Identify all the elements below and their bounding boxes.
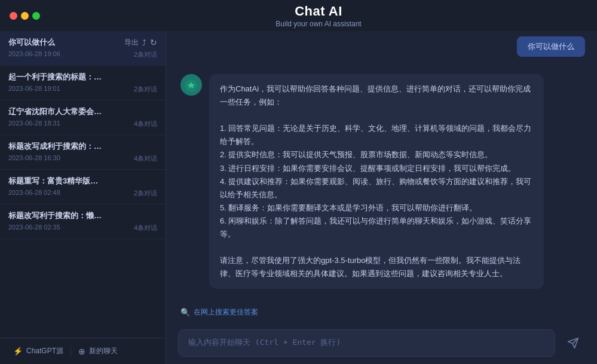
chat-item-count-1: 2条对话 <box>134 50 157 59</box>
chat-item-header-1: 你可以做什么 导出 ⤴ ↻ <box>8 37 157 48</box>
app-title: Chat AI <box>50 4 587 19</box>
message-list: 作为ChatAi，我可以帮助你回答各种问题、提供信息、进行简单的对话，还可以帮助… <box>166 62 597 302</box>
chat-item-actions-1: 导出 ⤴ ↻ <box>124 38 157 48</box>
ai-message-text: 作为ChatAi，我可以帮助你回答各种问题、提供信息、进行简单的对话，还可以帮助… <box>220 82 533 280</box>
chat-item-header-4: 标题改写成利于搜索的：短视频... <box>8 141 157 152</box>
chat-item-date-4: 2023-06-28 16:30 <box>8 154 60 163</box>
chat-item-count-5: 2条对话 <box>134 189 157 198</box>
ai-message-row: 作为ChatAi，我可以帮助你回答各种问题、提供信息、进行简单的对话，还可以帮助… <box>180 74 583 289</box>
chat-input[interactable] <box>178 329 555 357</box>
close-button[interactable] <box>10 12 17 20</box>
chat-item-title-3: 辽宁省沈阳市人大常委会原党组... <box>8 106 104 117</box>
chat-item-header-5: 标题重写：富贵3精华版富贵电... <box>8 176 157 186</box>
maximize-button[interactable] <box>32 12 40 20</box>
new-chat-label: 新的聊天 <box>89 346 118 356</box>
sidebar-item-3[interactable]: 辽宁省沈阳市人大常委会原党组... 2023-06-28 18:31 4条对话 <box>0 100 166 135</box>
chat-item-header-6: 标题改写利于搜索的：懒子卡五... <box>8 210 157 221</box>
chat-item-date-3: 2023-06-28 18:31 <box>8 120 60 129</box>
chat-item-count-6: 4条对话 <box>134 224 157 233</box>
export-label: 导出 <box>124 38 139 48</box>
sidebar-footer: ⚡ ChatGPT源 ⊕ 新的聊天 <box>0 338 166 364</box>
chat-item-meta-4: 2023-06-28 16:30 4条对话 <box>8 154 157 163</box>
minimize-button[interactable] <box>21 12 29 20</box>
chat-item-title-4: 标题改写成利于搜索的：短视频... <box>8 141 104 152</box>
send-button[interactable] <box>561 331 585 355</box>
chat-item-date-1: 2023-06-28 19:06 <box>8 50 60 59</box>
chat-item-header-3: 辽宁省沈阳市人大常委会原党组... <box>8 106 157 117</box>
chat-area: 你可以做什么 作为ChatAi，我可以帮助你回答各种问题、提供信息、进行简单的对… <box>166 31 597 364</box>
app-subtitle: Build your own AI assistant <box>50 20 587 28</box>
chatgpt-source-button[interactable]: ⚡ ChatGPT源 <box>8 342 68 360</box>
new-chat-button[interactable]: ⊕ 新的聊天 <box>74 342 123 360</box>
main-layout: 你可以做什么 导出 ⤴ ↻ 2023-06-28 19:06 2条对话 起一个利… <box>0 31 597 364</box>
chat-item-meta-2: 2023-06-28 19:01 2条对话 <box>8 85 157 94</box>
sidebar-item-2[interactable]: 起一个利于搜索的标题：【实战... 2023-06-28 19:01 2条对话 <box>0 66 166 100</box>
traffic-lights <box>10 12 40 20</box>
chat-item-header-2: 起一个利于搜索的标题：【实战... <box>8 72 157 82</box>
chat-item-title-6: 标题改写利于搜索的：懒子卡五... <box>8 210 104 221</box>
search-link-text: 在网上搜索更佳答案 <box>194 307 258 317</box>
chat-item-meta-3: 2023-06-28 18:31 4条对话 <box>8 120 157 129</box>
new-chat-icon: ⊕ <box>78 347 85 356</box>
app-title-area: Chat AI Build your own AI assistant <box>50 4 587 28</box>
chat-item-date-5: 2023-06-28 02:48 <box>8 189 60 198</box>
chat-topbar: 你可以做什么 <box>166 31 597 62</box>
chat-item-title-1: 你可以做什么 <box>8 37 55 48</box>
chat-item-count-2: 2条对话 <box>134 85 157 94</box>
sidebar-item-1[interactable]: 你可以做什么 导出 ⤴ ↻ 2023-06-28 19:06 2条对话 <box>0 31 166 66</box>
chatgpt-label: ChatGPT源 <box>26 346 63 356</box>
chat-item-meta-5: 2023-06-28 02:48 2条对话 <box>8 189 157 198</box>
ai-message-bubble: 作为ChatAi，我可以帮助你回答各种问题、提供信息、进行简单的对话，还可以帮助… <box>209 74 544 289</box>
export-icon[interactable]: ⤴ <box>142 38 146 47</box>
refresh-icon[interactable]: ↻ <box>150 38 157 47</box>
ai-avatar <box>180 74 202 96</box>
sidebar-item-4[interactable]: 标题改写成利于搜索的：短视频... 2023-06-28 16:30 4条对话 <box>0 135 166 170</box>
footer-divider <box>71 345 71 357</box>
chat-item-count-3: 4条对话 <box>134 120 157 129</box>
search-link[interactable]: 🔍 在网上搜索更佳答案 <box>166 302 597 322</box>
chat-item-meta-6: 2023-06-28 02:35 4条对话 <box>8 224 157 233</box>
chat-item-title-5: 标题重写：富贵3精华版富贵电... <box>8 176 104 186</box>
chat-item-date-6: 2023-06-28 02:35 <box>8 224 60 233</box>
sidebar: 你可以做什么 导出 ⤴ ↻ 2023-06-28 19:06 2条对话 起一个利… <box>0 31 166 364</box>
chat-item-count-4: 4条对话 <box>134 154 157 163</box>
search-icon: 🔍 <box>180 308 190 317</box>
input-area <box>166 322 597 364</box>
titlebar: Chat AI Build your own AI assistant <box>0 0 597 31</box>
chat-item-meta-1: 2023-06-28 19:06 2条对话 <box>8 50 157 59</box>
chat-item-date-2: 2023-06-28 19:01 <box>8 85 60 94</box>
chatgpt-icon: ⚡ <box>13 347 23 356</box>
can-do-button[interactable]: 你可以做什么 <box>517 36 585 57</box>
chat-item-title-2: 起一个利于搜索的标题：【实战... <box>8 72 104 82</box>
sidebar-item-5[interactable]: 标题重写：富贵3精华版富贵电... 2023-06-28 02:48 2条对话 <box>0 170 166 204</box>
sidebar-chat-list: 你可以做什么 导出 ⤴ ↻ 2023-06-28 19:06 2条对话 起一个利… <box>0 31 166 338</box>
sidebar-item-6[interactable]: 标题改写利于搜索的：懒子卡五... 2023-06-28 02:35 4条对话 <box>0 204 166 239</box>
